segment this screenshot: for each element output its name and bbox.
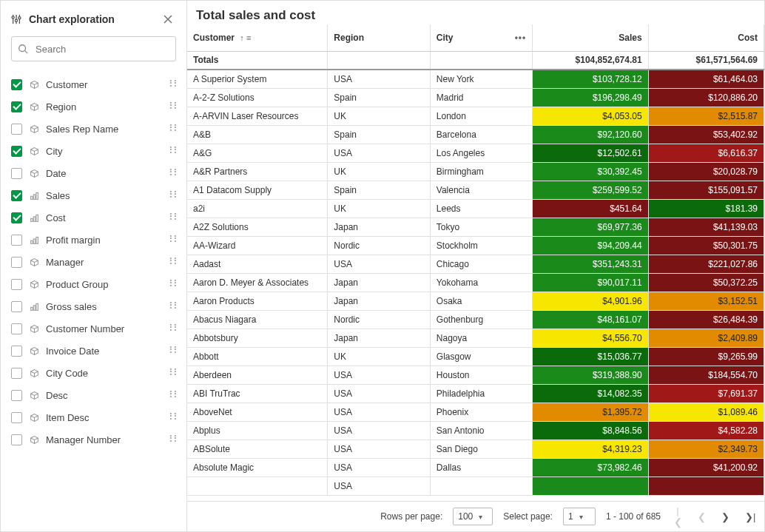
field-item[interactable]: Customer Number — [11, 317, 182, 340]
field-item[interactable]: Cost — [11, 206, 182, 229]
table-row[interactable]: A&GUSALos Angeles$12,502.61$6,616.37 — [187, 144, 764, 162]
table-row[interactable]: A Superior SystemUSANew York$103,728.12$… — [187, 70, 764, 88]
table-row[interactable]: USA — [187, 477, 764, 495]
field-item[interactable]: City Code — [11, 362, 182, 384]
field-item[interactable]: Sales — [11, 184, 182, 206]
field-item[interactable]: Customer — [11, 73, 182, 95]
table-row[interactable]: AbbottUKGlasgow$15,036.77$9,265.99 — [187, 347, 764, 366]
cell-customer: A Superior System — [187, 70, 328, 88]
search-box[interactable] — [11, 36, 176, 61]
cell-cost: $1,089.46 — [648, 403, 764, 421]
drag-handle-icon[interactable] — [164, 349, 182, 354]
drag-handle-icon[interactable] — [164, 371, 182, 376]
drag-handle-icon[interactable] — [164, 215, 182, 220]
drag-handle-icon[interactable] — [164, 326, 182, 331]
field-item[interactable]: Product Group — [11, 273, 182, 295]
drag-handle-icon[interactable] — [164, 127, 182, 132]
drag-handle-icon[interactable] — [164, 304, 182, 309]
checkbox[interactable] — [11, 146, 22, 157]
table-row[interactable]: a2iUKLeeds$451.64$181.39 — [187, 199, 764, 218]
table-row[interactable]: Absolute MagicUSADallas$73,982.46$41,200… — [187, 458, 764, 477]
checkbox[interactable] — [11, 124, 22, 135]
drag-handle-icon[interactable] — [164, 238, 182, 243]
field-item[interactable]: City — [11, 140, 182, 162]
table-row[interactable]: ABSoluteUSASan Diego$4,319.23$2,349.73 — [187, 440, 764, 458]
table-row[interactable]: AberdeenUSAHouston$319,388.90$184,554.70 — [187, 366, 764, 384]
svg-point-3 — [15, 19, 17, 21]
table-row[interactable]: A2Z SolutionsJapanTokyo$69,977.36$41,139… — [187, 218, 764, 236]
drag-handle-icon[interactable] — [164, 260, 182, 265]
table-row[interactable]: AadastUSAChicago$351,243.31$221,027.86 — [187, 255, 764, 273]
table-row[interactable]: A-ARVIN Laser ResourcesUKLondon$4,053.05… — [187, 107, 764, 125]
prev-page-button[interactable]: ❮ — [695, 508, 708, 525]
col-region[interactable]: Region — [328, 24, 430, 51]
cube-icon — [30, 413, 40, 422]
table-row[interactable]: AbplusUSASan Antonio$8,848.56$4,582.28 — [187, 421, 764, 440]
table-row[interactable]: AA-WizardNordicStockholm$94,209.44$50,30… — [187, 236, 764, 255]
drag-handle-icon[interactable] — [164, 393, 182, 398]
field-item[interactable]: Invoice Date — [11, 340, 182, 362]
checkbox[interactable] — [11, 235, 22, 246]
table-scroll[interactable]: Customer ↑ ≡ Region City ••• Sales Cost — [187, 24, 764, 502]
more-icon[interactable]: ••• — [515, 33, 527, 43]
table-row[interactable]: Aaron D. Meyer & AssociatesJapanYokohama… — [187, 273, 764, 292]
checkbox[interactable] — [11, 346, 22, 357]
field-item[interactable]: Sales Rep Name — [11, 118, 182, 140]
checkbox[interactable] — [11, 79, 22, 90]
drag-handle-icon[interactable] — [164, 171, 182, 176]
drag-handle-icon[interactable] — [164, 149, 182, 154]
rows-per-page-label: Rows per page: — [380, 511, 442, 522]
table-row[interactable]: AbbotsburyJapanNagoya$4,556.70$2,409.89 — [187, 329, 764, 347]
next-page-button[interactable]: ❯ — [718, 508, 732, 525]
checkbox[interactable] — [11, 368, 22, 379]
last-page-button[interactable]: ❯| — [742, 508, 755, 525]
field-item[interactable]: Profit margin — [11, 229, 182, 251]
cell-customer: Absolute Magic — [187, 458, 328, 477]
checkbox[interactable] — [11, 190, 22, 201]
table-row[interactable]: Abacus NiagaraNordicGothenburg$48,161.07… — [187, 310, 764, 329]
first-page-button[interactable]: |❮ — [671, 502, 684, 531]
table-row[interactable]: ABI TruTracUSAPhiladelphia$14,082.35$7,6… — [187, 384, 764, 403]
checkbox[interactable] — [11, 212, 22, 223]
checkbox[interactable] — [11, 434, 22, 445]
col-city[interactable]: City ••• — [430, 24, 532, 51]
table-row[interactable]: Aaron ProductsJapanOsaka$4,901.96$3,152.… — [187, 292, 764, 310]
checkbox[interactable] — [11, 257, 22, 268]
cell-city: Los Angeles — [430, 144, 532, 162]
field-label: Manager — [46, 257, 164, 268]
close-button[interactable] — [160, 11, 176, 27]
checkbox[interactable] — [11, 168, 22, 179]
table-row[interactable]: A&BSpainBarcelona$92,120.60$53,402.92 — [187, 125, 764, 144]
table-row[interactable]: AboveNetUSAPhoenix$1,395.72$1,089.46 — [187, 403, 764, 421]
rows-per-page-select[interactable]: 100 ▾ — [453, 508, 493, 525]
col-customer[interactable]: Customer ↑ ≡ — [187, 24, 328, 51]
checkbox[interactable] — [11, 390, 22, 401]
field-item[interactable]: Item Desc — [11, 406, 182, 428]
cell-region: UK — [328, 162, 430, 181]
col-cost[interactable]: Cost — [648, 24, 764, 51]
field-item[interactable]: Date — [11, 162, 182, 184]
checkbox[interactable] — [11, 279, 22, 290]
drag-handle-icon[interactable] — [164, 82, 182, 87]
field-item[interactable]: Gross sales — [11, 295, 182, 317]
checkbox[interactable] — [11, 412, 22, 423]
drag-handle-icon[interactable] — [164, 437, 182, 442]
table-row[interactable]: A1 Datacom SupplySpainValencia$259,599.5… — [187, 181, 764, 199]
field-item[interactable]: Region — [11, 95, 182, 118]
search-input[interactable] — [34, 43, 169, 55]
select-page-select[interactable]: 1 ▾ — [563, 508, 596, 525]
checkbox[interactable] — [11, 301, 22, 312]
drag-handle-icon[interactable] — [164, 282, 182, 287]
drag-handle-icon[interactable] — [164, 415, 182, 420]
checkbox[interactable] — [11, 101, 22, 112]
table-row[interactable]: A-2-Z SolutionsSpainMadrid$196,298.49$12… — [187, 88, 764, 107]
field-item[interactable]: Manager — [11, 251, 182, 273]
field-item[interactable]: Manager Number — [11, 428, 182, 451]
drag-handle-icon[interactable] — [164, 104, 182, 110]
checkbox[interactable] — [11, 323, 22, 334]
drag-handle-icon[interactable] — [164, 193, 182, 198]
table-row[interactable]: A&R PartnersUKBirmingham$30,392.45$20,02… — [187, 162, 764, 181]
cell-sales: $4,901.96 — [533, 292, 648, 310]
field-item[interactable]: Desc — [11, 384, 182, 406]
col-sales[interactable]: Sales — [533, 24, 648, 51]
